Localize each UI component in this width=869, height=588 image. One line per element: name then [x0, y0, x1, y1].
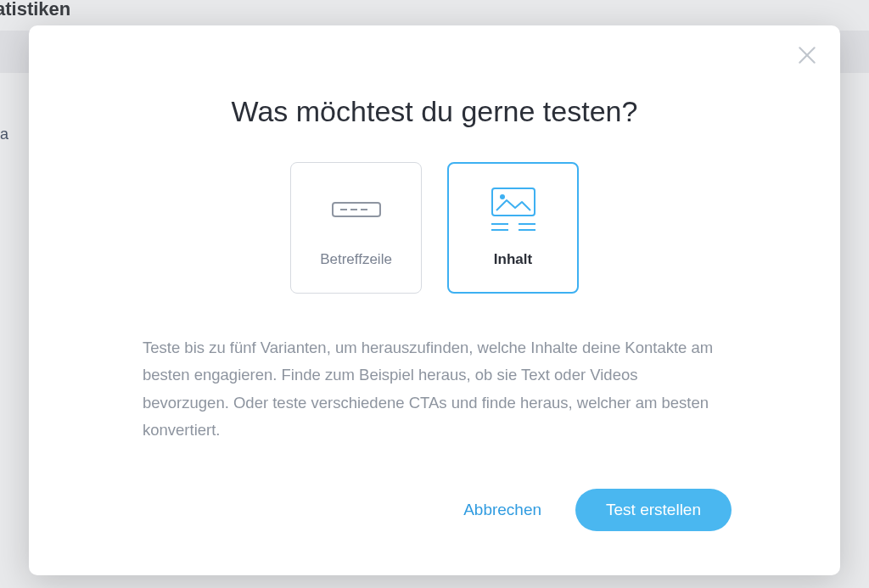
content-icon	[491, 188, 535, 231]
option-label: Betreffzeile	[320, 251, 392, 268]
modal-actions: Abbrechen Test erstellen	[29, 489, 840, 531]
option-label: Inhalt	[494, 251, 532, 268]
option-group: Betreffzeile	[29, 162, 840, 294]
option-content[interactable]: Inhalt	[447, 162, 579, 294]
test-creation-modal: Was möchtest du gerne testen? Betreffzei…	[29, 25, 840, 575]
subject-line-icon	[332, 188, 381, 231]
svg-rect-2	[492, 188, 535, 216]
background-side-text: rla	[0, 126, 8, 143]
modal-title: Was möchtest du gerne testen?	[29, 95, 840, 128]
page-title-background: Statistiken	[0, 0, 70, 20]
close-icon[interactable]	[796, 44, 818, 66]
option-subject-line[interactable]: Betreffzeile	[290, 162, 422, 294]
cancel-button[interactable]: Abbrechen	[463, 501, 541, 519]
create-test-button[interactable]: Test erstellen	[575, 489, 732, 531]
svg-point-3	[500, 194, 505, 199]
modal-description: Teste bis zu fünf Varianten, um herauszu…	[29, 334, 840, 445]
